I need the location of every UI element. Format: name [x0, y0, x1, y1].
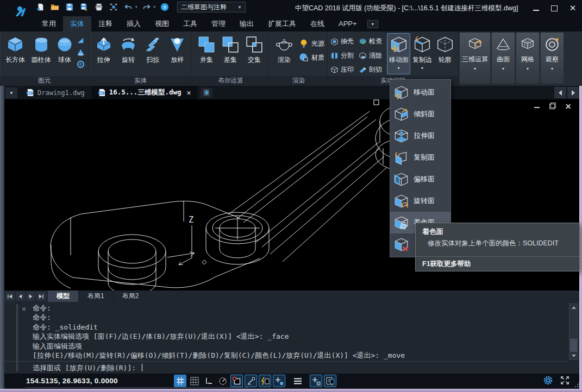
print-icon[interactable]: [93, 2, 104, 12]
3d-operation-button[interactable]: 三维运算 ▼: [460, 33, 490, 84]
next-layout-icon[interactable]: [26, 292, 35, 301]
move-face-button[interactable]: 移动面 ▼: [387, 33, 410, 74]
command-tooltip: 着色面 修改实体对象上单个面的颜色：SOLIDEDIT F1获取更多帮助: [415, 223, 580, 271]
scroll-right-icon[interactable]: [567, 87, 579, 98]
torus-icon[interactable]: [77, 60, 85, 68]
ortho-icon[interactable]: [202, 375, 215, 387]
wedge-icon[interactable]: [77, 36, 85, 45]
redo-icon[interactable]: [141, 2, 152, 12]
undo-dropdown-icon[interactable]: ▾: [135, 5, 137, 9]
undo-icon[interactable]: [123, 2, 134, 12]
loft-button[interactable]: 放样: [165, 33, 190, 74]
status-menu-icon[interactable]: [291, 375, 304, 387]
scroll-left-icon[interactable]: [554, 87, 566, 98]
tab-charu[interactable]: 插入: [120, 16, 148, 31]
save-as-icon[interactable]: [79, 2, 90, 12]
scroll-up-icon[interactable]: [572, 306, 576, 309]
tab-kuozhan[interactable]: 扩展工具: [261, 16, 303, 31]
cone-icon[interactable]: [77, 48, 85, 56]
tab-layout1[interactable]: 布局1: [78, 290, 113, 302]
menu-item-extrude-face[interactable]: 拉伸面: [390, 125, 450, 147]
open-folder-icon[interactable]: [49, 2, 60, 12]
light-button[interactable]: 光源: [299, 39, 324, 48]
surface-button[interactable]: 曲面 ▼: [492, 33, 515, 84]
snap-icon[interactable]: [174, 375, 186, 387]
fullscreen-icon[interactable]: [560, 375, 570, 385]
last-layout-icon[interactable]: [36, 292, 46, 301]
scroll-down-icon[interactable]: [572, 355, 576, 357]
menu-item-move-face[interactable]: 移动面: [390, 81, 450, 103]
otrack-icon[interactable]: [245, 375, 257, 387]
command-input[interactable]: 选择面或 [放弃(U)/删除(R)]:: [33, 363, 142, 374]
subtract-button[interactable]: 差集: [218, 33, 242, 74]
tab-zhushi[interactable]: 注释: [91, 16, 120, 31]
doc-close-button[interactable]: ✕: [565, 103, 572, 110]
sphere-button[interactable]: 球体: [54, 33, 75, 74]
tab-shuchu[interactable]: 输出: [233, 16, 261, 31]
tab-shitu[interactable]: 视图: [148, 16, 176, 31]
intersect-button[interactable]: 交集: [242, 33, 266, 74]
dynamic-input-icon[interactable]: [259, 375, 271, 387]
revolve-button[interactable]: 旋转: [116, 33, 140, 74]
cylinder-button[interactable]: 圆柱体: [28, 33, 54, 74]
command-scrollbar[interactable]: [569, 304, 578, 360]
polar-icon[interactable]: [216, 375, 229, 387]
tab-zaixian[interactable]: 在线: [303, 16, 331, 31]
tab-guanli[interactable]: 管理: [204, 16, 233, 31]
tab-shiti[interactable]: 实体: [63, 16, 91, 31]
maximize-button[interactable]: [550, 4, 558, 12]
close-button[interactable]: ✕: [569, 4, 577, 12]
ribbon-collapse-icon[interactable]: ▼: [367, 20, 378, 28]
save-icon[interactable]: [64, 2, 75, 12]
tab-app-plus[interactable]: APP+: [331, 16, 364, 31]
selection-window-icon[interactable]: [108, 2, 119, 12]
quick-copy-icon[interactable]: [310, 375, 322, 387]
sweep-button[interactable]: 扫掠: [141, 33, 165, 74]
doc-tab-drawing1[interactable]: DWG Drawing1.dwg: [20, 86, 91, 99]
workspace-toggle-icon[interactable]: [324, 375, 336, 387]
doc-tab-model[interactable]: DWG 16.5...三维模型.dwg ✕: [91, 86, 198, 99]
separate-button[interactable]: 分割: [330, 51, 359, 60]
close-tab-icon[interactable]: ✕: [187, 88, 191, 97]
redo-dropdown-icon[interactable]: ▾: [154, 5, 156, 9]
union-button[interactable]: 并集: [195, 33, 218, 74]
menu-item-copy-face[interactable]: 复制面: [390, 147, 450, 168]
shell-button[interactable]: 抽壳: [330, 37, 359, 46]
scrollbar-thumb[interactable]: [570, 339, 577, 352]
grid-icon[interactable]: [188, 375, 201, 387]
tab-layout2[interactable]: 布局2: [113, 290, 148, 302]
clean-button[interactable]: 清除: [359, 51, 387, 60]
doc-tab-list-icon[interactable]: ▼: [5, 87, 17, 98]
lineweight-icon[interactable]: [273, 375, 285, 387]
new-tab-button[interactable]: [201, 88, 212, 98]
doc-minimize-button[interactable]: [533, 103, 540, 110]
settings-gear-icon[interactable]: [543, 375, 553, 385]
menu-item-rotate-face[interactable]: 旋转面: [390, 190, 450, 212]
union-icon: [198, 36, 215, 53]
render-button[interactable]: 渲染: [272, 33, 297, 74]
imprint-button[interactable]: 压印: [330, 65, 359, 74]
tab-gongju[interactable]: 工具: [176, 16, 204, 31]
observe-button[interactable]: 观察 ▼: [541, 33, 564, 84]
box-button[interactable]: 长方体: [2, 33, 28, 74]
doc-restore-button[interactable]: [549, 103, 556, 110]
menu-item-offset-face[interactable]: 偏移面: [390, 168, 450, 190]
prev-layout-icon[interactable]: [16, 292, 25, 301]
check-button[interactable]: 检查: [359, 37, 387, 46]
mesh-button[interactable]: 网格 ▼: [516, 33, 539, 84]
minimize-button[interactable]: [532, 4, 540, 12]
first-layout-icon[interactable]: [5, 292, 15, 301]
tab-changyong[interactable]: 常用: [35, 16, 63, 31]
outline-button[interactable]: 轮廓: [434, 33, 456, 74]
extrude-button[interactable]: 拉伸: [91, 33, 116, 74]
osnap-icon[interactable]: [230, 375, 243, 387]
slice-button[interactable]: 剖切: [359, 65, 387, 74]
command-close-icon[interactable]: ✕: [22, 305, 26, 313]
workspace-selector[interactable]: 二维草图与注释 ▼: [177, 2, 246, 12]
copy-edge-button[interactable]: 复制边 ▼: [410, 33, 434, 74]
tab-model-space[interactable]: 模型: [48, 290, 78, 302]
new-file-icon[interactable]: [35, 2, 46, 12]
menu-item-taper-face[interactable]: 倾斜面: [390, 103, 450, 125]
material-button[interactable]: 材质: [299, 53, 324, 62]
help-icon[interactable]: ?: [159, 2, 170, 12]
